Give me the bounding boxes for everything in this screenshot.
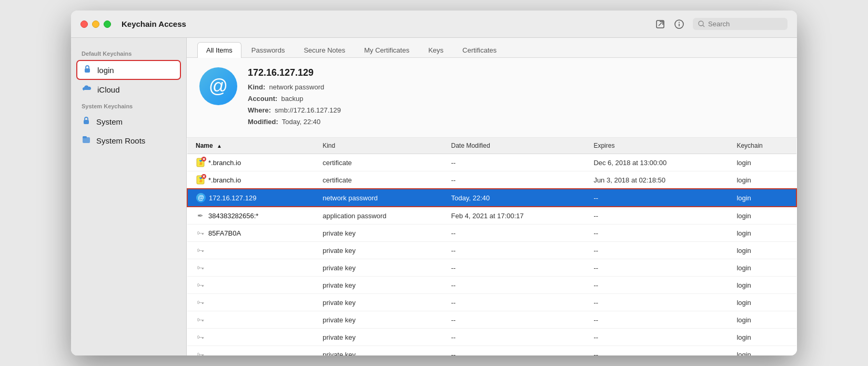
cell-kind: application password [314,207,442,225]
cell-name: ✒ 384383282656:* [187,207,314,224]
cell-date-modified: -- [443,225,586,242]
cell-expires: -- [585,277,728,294]
tab-passwords[interactable]: Passwords [243,42,294,58]
tab-secure-notes[interactable]: Secure Notes [295,42,354,58]
app-password-icon: ✒ [196,211,205,220]
cell-date-modified: -- [443,311,586,329]
maximize-button[interactable] [104,21,111,28]
detail-modified: Modified: Today, 22:40 [248,116,341,128]
cell-keychain: login [728,346,796,355]
sidebar-login-label: login [97,66,114,75]
window-title: Keychain Access [122,19,655,28]
cell-keychain: login [728,189,796,207]
table-row[interactable]: 🗝 private key -- -- login [187,346,796,355]
key-icon: 🗝 [196,332,205,342]
table-row[interactable]: 🗝 private key -- -- login [187,294,796,311]
column-name[interactable]: Name ▲ [187,138,314,154]
column-keychain[interactable]: Keychain [728,138,796,154]
table-row[interactable]: ✒ 384383282656:* application password Fe… [187,207,796,225]
cloud-icon [82,84,92,95]
table-row[interactable]: 🗝 private key -- -- login [187,277,796,294]
sidebar-system-roots-label: System Roots [96,136,145,145]
column-date-modified[interactable]: Date Modified [443,138,586,154]
detail-account-value: backup [281,95,304,103]
sidebar: Default Keychains login iCloud [71,38,187,355]
table-row[interactable]: 🗝 private key -- -- login [187,311,796,329]
cell-keychain: login [728,294,796,311]
cell-expires: -- [585,242,728,259]
column-expires[interactable]: Expires [585,138,728,154]
tab-keys[interactable]: Keys [419,42,452,58]
cell-keychain: login [728,225,796,242]
table-row[interactable]: @ 172.16.127.129 network password Today,… [187,189,796,207]
cell-kind: private key [314,225,442,242]
svg-rect-7 [84,120,89,124]
key-icon: 🗝 [196,280,205,290]
svg-point-4 [699,21,703,26]
detail-title: 172.16.127.129 [248,67,341,78]
cell-date-modified: -- [443,329,586,346]
cell-kind: certificate [314,171,442,189]
table-container[interactable]: Name ▲ Kind Date Modified Expires Keycha… [187,138,797,355]
key-icon: 🗝 [196,228,205,238]
search-bar[interactable] [693,18,788,30]
table-row[interactable]: 🗝 private key -- -- login [187,242,796,259]
svg-point-3 [679,22,680,23]
detail-where-label: Where: [248,106,271,114]
detail-kind-value: network password [269,83,324,91]
default-keychains-label: Default Keychains [76,50,181,57]
cell-expires: -- [585,207,728,225]
cell-keychain: login [728,207,796,225]
cell-keychain: login [728,259,796,277]
key-icon: 🗝 [196,246,205,255]
cell-date-modified: Feb 4, 2021 at 17:00:17 [443,207,586,225]
table-row[interactable]: 🏅 *.branch.io certificate -- Dec 6, 2018… [187,154,796,171]
cell-name: 🏅 *.branch.io [187,171,314,188]
minimize-button[interactable] [92,21,99,28]
column-kind[interactable]: Kind [314,138,442,154]
cell-expires: -- [585,225,728,242]
info-icon[interactable] [674,19,684,29]
detail-modified-label: Modified: [248,118,278,126]
detail-account-label: Account: [248,95,277,103]
cell-date-modified: -- [443,154,586,171]
detail-modified-value: Today, 22:40 [282,118,320,126]
cell-expires: -- [585,259,728,277]
table-row[interactable]: 🗝 private key -- -- login [187,329,796,346]
cell-kind: private key [314,346,442,355]
cell-expires: -- [585,189,728,207]
tab-all-items[interactable]: All Items [197,42,241,58]
tab-certificates[interactable]: Certificates [453,42,506,58]
tab-my-certificates[interactable]: My Certificates [355,42,418,58]
close-button[interactable] [80,21,88,28]
sidebar-item-system-roots[interactable]: System Roots [76,131,181,149]
key-icon: 🗝 [196,350,205,355]
sidebar-item-icloud[interactable]: iCloud [76,81,181,98]
cell-name: 🗝 [187,311,314,328]
detail-info: 172.16.127.129 Kind: network password Ac… [248,67,341,128]
sidebar-item-system[interactable]: System [76,113,181,130]
cell-date-modified: -- [443,259,586,277]
cell-kind: private key [314,242,442,259]
cell-kind: private key [314,277,442,294]
cell-keychain: login [728,329,796,346]
certificate-icon: 🏅 [196,158,205,167]
svg-line-5 [703,25,704,27]
cell-expires: -- [585,294,728,311]
filing-icon [82,135,91,146]
edit-icon[interactable] [655,19,665,29]
table-row[interactable]: 🗝 private key -- -- login [187,259,796,277]
detail-icon: @ [199,67,237,105]
table-row[interactable]: 🗝 85FA7B0A private key -- -- login [187,225,796,242]
search-input[interactable] [708,20,782,28]
cell-kind: private key [314,259,442,277]
table-row[interactable]: 🏅 *.branch.io certificate -- Jun 3, 2018… [187,171,796,189]
key-icon: 🗝 [196,298,205,307]
cell-date-modified: -- [443,171,586,189]
key-icon: 🗝 [196,263,205,272]
cell-kind: network password [314,189,442,207]
sidebar-item-login[interactable]: login [76,60,181,80]
search-icon [698,21,705,27]
cell-keychain: login [728,171,796,189]
detail-header: @ 172.16.127.129 Kind: network password … [187,58,797,138]
